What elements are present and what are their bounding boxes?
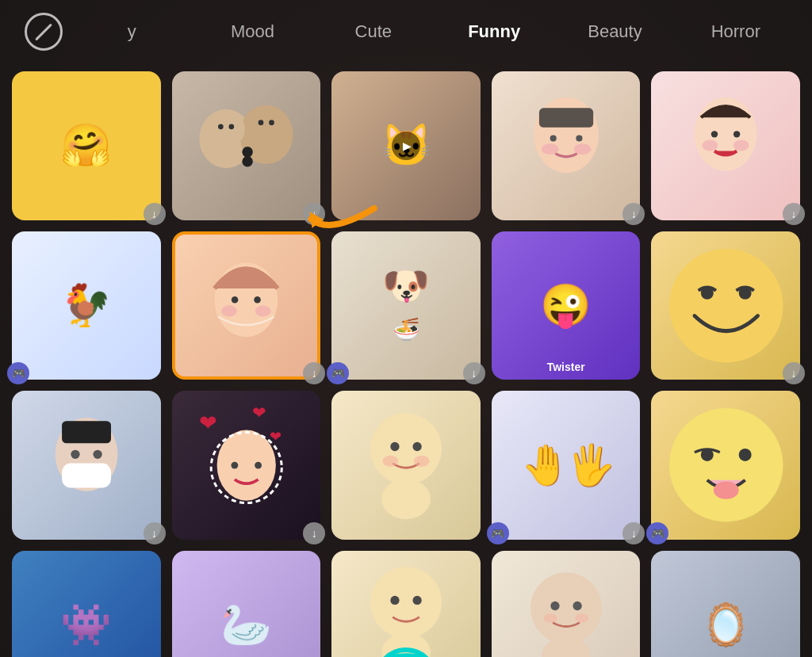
svg-point-48 xyxy=(668,408,783,522)
svg-point-42 xyxy=(370,413,442,484)
nav-item-y[interactable]: y xyxy=(71,13,192,50)
filter-cat-photo[interactable]: 🐱 xyxy=(331,71,481,220)
masked-boy-svg xyxy=(27,399,146,533)
svg-point-24 xyxy=(221,305,237,316)
download-badge xyxy=(303,362,325,384)
filter-thumb xyxy=(331,551,481,657)
emoji2-svg xyxy=(663,243,789,369)
download-badge xyxy=(144,522,166,544)
filter-twister[interactable]: 😜 Twister xyxy=(492,231,641,380)
filter-thumb xyxy=(12,391,161,540)
filter-woman-face[interactable] xyxy=(492,71,641,220)
bald-cartoon-svg xyxy=(347,399,465,533)
filter-emoji-face[interactable]: 🤗 xyxy=(12,71,161,220)
woman-svg xyxy=(507,86,626,205)
filter-emoji3[interactable]: 🎮 xyxy=(651,391,800,540)
game-badge: 🎮 xyxy=(646,522,668,544)
cancel-button[interactable] xyxy=(16,13,71,51)
woman2-svg xyxy=(666,78,785,212)
svg-point-18 xyxy=(733,132,740,138)
svg-point-27 xyxy=(668,249,783,363)
game-badge: 🎮 xyxy=(327,362,349,384)
filter-blue-char[interactable]: 👾 🎮 xyxy=(12,551,161,657)
hearts-girl-svg: ❤ ❤ ❤ xyxy=(183,395,309,536)
svg-point-50 xyxy=(738,449,751,461)
svg-point-23 xyxy=(254,296,261,304)
mirror-icon: 🪞 xyxy=(700,601,752,649)
filter-thumb xyxy=(331,391,481,540)
nav-item-mood[interactable]: Mood xyxy=(192,13,312,50)
filter-thumb: ❤ ❤ ❤ xyxy=(172,391,321,540)
svg-point-17 xyxy=(711,132,718,138)
svg-point-61 xyxy=(543,614,557,623)
svg-rect-31 xyxy=(62,421,111,443)
filter-woman2-face[interactable] xyxy=(651,71,800,220)
svg-point-54 xyxy=(412,596,421,605)
svg-rect-11 xyxy=(539,108,593,128)
filter-bald2-plain[interactable] xyxy=(492,551,641,657)
filter-girl-selected[interactable] xyxy=(172,231,321,380)
filter-hands[interactable]: 🤚🖐 🎮 xyxy=(492,391,641,540)
bald2-svg xyxy=(507,558,626,657)
nav-bar: y Mood Cute Funny Beauty Horror xyxy=(0,0,812,63)
svg-text:❤: ❤ xyxy=(199,411,217,434)
dog-icon: 🐶🍜 xyxy=(382,267,430,343)
filter-emoji2[interactable] xyxy=(651,231,800,380)
filter-chicken[interactable]: 🐓 🎮 xyxy=(12,231,161,380)
nav-item-funny[interactable]: Funny xyxy=(434,13,554,50)
filter-bald-cartoon[interactable] xyxy=(331,391,481,540)
filter-masked-boy[interactable] xyxy=(12,391,161,540)
svg-point-13 xyxy=(576,135,582,141)
filter-thumb: 🐶🍜 xyxy=(331,231,481,380)
svg-point-44 xyxy=(390,441,399,450)
filter-hearts-girl[interactable]: ❤ ❤ ❤ xyxy=(172,391,321,540)
filter-thumb: 🪞 xyxy=(651,551,800,657)
svg-point-6 xyxy=(259,120,264,126)
svg-point-33 xyxy=(71,449,79,458)
svg-point-51 xyxy=(713,482,738,499)
filter-thumb xyxy=(172,231,321,380)
svg-point-46 xyxy=(382,455,398,466)
filter-thumb xyxy=(492,71,641,220)
svg-point-60 xyxy=(573,602,581,610)
filter-grid: 🤗 xyxy=(0,63,812,657)
svg-point-15 xyxy=(573,143,591,155)
svg-point-22 xyxy=(232,296,239,304)
filter-bald-heads[interactable] xyxy=(172,71,321,220)
svg-point-20 xyxy=(733,140,749,151)
nav-item-cute[interactable]: Cute xyxy=(313,13,434,50)
svg-point-5 xyxy=(228,124,234,130)
filter-thumb: 🐓 xyxy=(12,231,161,380)
svg-point-25 xyxy=(255,305,271,316)
filter-thumb xyxy=(651,391,800,540)
chicken-icon: 🐓 xyxy=(60,281,112,330)
emoji3-svg xyxy=(663,402,789,528)
svg-point-12 xyxy=(550,135,556,141)
svg-point-8 xyxy=(242,147,253,158)
filter-goose[interactable]: 🦢 🎮 xyxy=(172,551,321,657)
svg-point-47 xyxy=(414,455,430,466)
emoji-icon: 🤗 xyxy=(12,71,161,220)
bald-teal-svg xyxy=(347,558,465,657)
nav-item-horror[interactable]: Horror xyxy=(676,13,796,50)
svg-point-4 xyxy=(218,124,224,130)
filter-dog-food[interactable]: 🐶🍜 🎮 xyxy=(331,231,481,380)
download-badge xyxy=(622,522,645,544)
nav-item-beauty[interactable]: Beauty xyxy=(554,13,675,50)
download-badge xyxy=(463,362,485,384)
svg-point-3 xyxy=(247,107,285,144)
filter-thumb: 😜 Twister xyxy=(492,231,641,380)
svg-point-45 xyxy=(412,441,421,450)
download-badge xyxy=(783,362,805,384)
svg-point-35 xyxy=(216,430,275,500)
download-badge xyxy=(303,522,325,544)
filter-thumb: 🤚🖐 xyxy=(492,391,641,540)
filter-bald-teal[interactable] xyxy=(331,551,481,657)
game-badge: 🎮 xyxy=(7,362,29,384)
filter-thumb xyxy=(651,71,800,220)
hands-icon: 🤚🖐 xyxy=(521,442,611,488)
download-badge xyxy=(622,203,645,225)
filter-thumb: 🦢 xyxy=(172,551,321,657)
filter-thumb: 🐱 xyxy=(331,71,481,220)
filter-mirror[interactable]: 🪞 xyxy=(651,551,800,657)
